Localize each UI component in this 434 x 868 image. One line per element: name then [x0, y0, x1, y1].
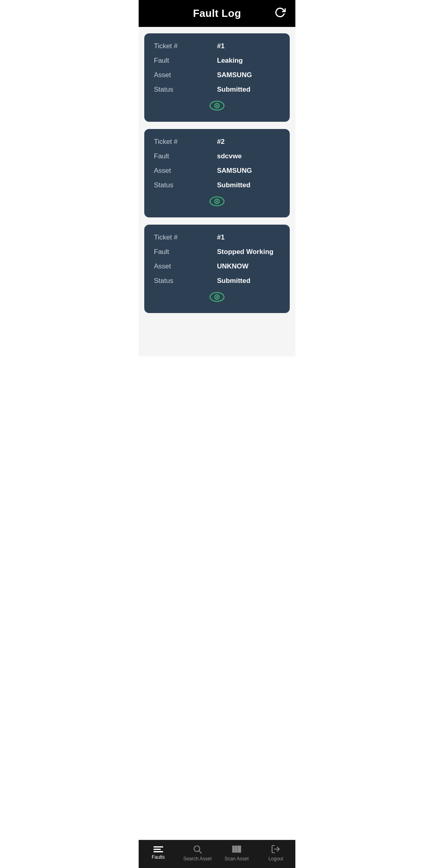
view-button-container-2: [154, 196, 280, 210]
asset-label-1: Asset: [154, 71, 217, 79]
status-label-1: Status: [154, 86, 217, 94]
ticket-number-value-2: #2: [217, 138, 280, 146]
fault-list: Ticket # #1 Fault Leaking Asset SAMSUNG …: [139, 27, 295, 356]
fault-card-3: Ticket # #1 Fault Stopped Working Asset …: [144, 225, 290, 313]
fault-row-3: Fault Stopped Working: [154, 248, 280, 256]
ticket-number-label-2: Ticket #: [154, 138, 217, 146]
ticket-number-value-1: #1: [217, 42, 280, 50]
refresh-icon: [274, 7, 286, 18]
fault-row-2: Fault sdcvwe: [154, 152, 280, 160]
fault-card-2: Ticket # #2 Fault sdcvwe Asset SAMSUNG S…: [144, 129, 290, 217]
view-button-3[interactable]: [209, 291, 225, 304]
eye-icon-3: [209, 291, 225, 303]
fault-row-1: Fault Leaking: [154, 57, 280, 65]
refresh-button[interactable]: [273, 5, 287, 22]
status-value-1: Submitted: [217, 86, 280, 94]
view-button-container-3: [154, 291, 280, 306]
asset-value-1: SAMSUNG: [217, 71, 280, 79]
eye-icon-1: [209, 100, 225, 111]
asset-value-2: SAMSUNG: [217, 167, 280, 175]
ticket-number-row-3: Ticket # #1: [154, 233, 280, 242]
fault-label-2: Fault: [154, 152, 217, 160]
view-button-2[interactable]: [209, 196, 225, 209]
ticket-number-label-1: Ticket #: [154, 42, 217, 50]
asset-row-1: Asset SAMSUNG: [154, 71, 280, 79]
status-label-2: Status: [154, 181, 217, 189]
view-button-1[interactable]: [209, 100, 225, 113]
eye-icon-2: [209, 196, 225, 207]
ticket-number-value-3: #1: [217, 233, 280, 242]
fault-label-1: Fault: [154, 57, 217, 65]
ticket-number-row-1: Ticket # #1: [154, 42, 280, 50]
status-value-2: Submitted: [217, 181, 280, 189]
page-title: Fault Log: [193, 7, 241, 20]
asset-row-3: Asset UNKNOW: [154, 262, 280, 270]
svg-point-5: [216, 201, 218, 203]
asset-row-2: Asset SAMSUNG: [154, 167, 280, 175]
svg-point-8: [216, 296, 218, 298]
asset-label-3: Asset: [154, 262, 217, 270]
fault-card-1: Ticket # #1 Fault Leaking Asset SAMSUNG …: [144, 33, 290, 122]
fault-value-2: sdcvwe: [217, 152, 280, 160]
status-value-3: Submitted: [217, 277, 280, 285]
status-row-2: Status Submitted: [154, 181, 280, 189]
svg-point-2: [216, 105, 218, 107]
asset-label-2: Asset: [154, 167, 217, 175]
fault-value-1: Leaking: [217, 57, 280, 65]
status-row-3: Status Submitted: [154, 277, 280, 285]
fault-value-3: Stopped Working: [217, 248, 280, 256]
status-row-1: Status Submitted: [154, 86, 280, 94]
status-label-3: Status: [154, 277, 217, 285]
ticket-number-row-2: Ticket # #2: [154, 138, 280, 146]
asset-value-3: UNKNOW: [217, 262, 280, 270]
header: Fault Log: [139, 0, 295, 27]
ticket-number-label-3: Ticket #: [154, 233, 217, 242]
fault-label-3: Fault: [154, 248, 217, 256]
view-button-container-1: [154, 100, 280, 115]
